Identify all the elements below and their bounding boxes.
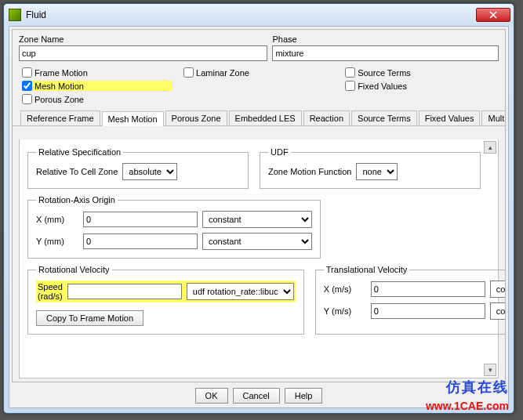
mesh-motion-checkbox[interactable]: Mesh Motion xyxy=(22,81,173,91)
trans-x-input[interactable] xyxy=(371,281,485,297)
trans-x-mode-select[interactable]: constant xyxy=(490,281,506,298)
app-icon xyxy=(9,9,21,21)
source-terms-checkbox[interactable]: Source Terms xyxy=(345,67,496,78)
tab-reaction[interactable]: Reaction xyxy=(303,110,350,125)
fluid-dialog-window: Fluid Zone Name Phase Frame Motion xyxy=(3,3,514,414)
axis-y-mode-select[interactable]: constant xyxy=(202,233,312,250)
help-button[interactable]: Help xyxy=(285,388,323,404)
axis-x-mode-select[interactable]: constant xyxy=(202,211,312,228)
udf-select[interactable]: none xyxy=(356,163,398,180)
scroll-down-button[interactable]: ▾ xyxy=(484,364,496,376)
tab-porous-zone[interactable]: Porous Zone xyxy=(165,110,227,125)
udf-legend: UDF xyxy=(268,147,291,157)
translational-velocity-group: Translational Velocity X (m/s) constant … xyxy=(315,265,506,335)
rotational-velocity-group: Rotational Velocity Speed (rad/s) udf ro… xyxy=(27,265,304,335)
translational-velocity-legend: Translational Velocity xyxy=(324,265,410,274)
dialog-button-bar: OK Cancel Help xyxy=(9,384,508,407)
copy-to-frame-motion-button[interactable]: Copy To Frame Motion xyxy=(36,310,143,326)
axis-x-label: X (mm) xyxy=(36,215,78,224)
trans-x-label: X (m/s) xyxy=(324,284,366,294)
speed-label: Speed (rad/s) xyxy=(38,282,63,301)
tab-source-terms[interactable]: Source Terms xyxy=(351,110,417,125)
udf-label: Zone Motion Function xyxy=(268,167,351,176)
client-area: Zone Name Phase Frame Motion Laminar Zon… xyxy=(9,26,509,408)
udf-group: UDF Zone Motion Function none xyxy=(260,147,481,189)
tab-reference-frame[interactable]: Reference Frame xyxy=(20,110,100,125)
tab-fixed-values[interactable]: Fixed Values xyxy=(419,110,481,125)
rotation-axis-group: Rotation-Axis Origin X (mm) constant Y (… xyxy=(27,195,321,259)
zone-name-input[interactable] xyxy=(19,45,267,61)
rotational-velocity-legend: Rotational Velocity xyxy=(36,265,112,274)
dialog-body: Zone Name Phase Frame Motion Laminar Zon… xyxy=(12,29,506,382)
ok-button[interactable]: OK xyxy=(195,388,228,404)
close-icon xyxy=(489,11,497,19)
frame-motion-checkbox[interactable]: Frame Motion xyxy=(22,67,173,78)
phase-input[interactable] xyxy=(272,45,499,61)
relative-to-label: Relative To Cell Zone xyxy=(36,167,118,176)
tab-multiphase[interactable]: Multiphase xyxy=(481,110,506,125)
tab-mesh-motion[interactable]: Mesh Motion xyxy=(102,111,164,126)
zone-name-label: Zone Name xyxy=(19,34,267,44)
axis-y-input[interactable] xyxy=(83,234,198,249)
tab-strip: Reference Frame Mesh Motion Porous Zone … xyxy=(13,109,505,126)
close-button[interactable] xyxy=(476,8,510,22)
tab-embedded-les[interactable]: Embedded LES xyxy=(229,110,302,125)
trans-y-label: Y (m/s) xyxy=(324,306,366,316)
porous-zone-checkbox[interactable]: Porous Zone xyxy=(22,94,173,104)
phase-label: Phase xyxy=(272,34,499,44)
axis-x-input[interactable] xyxy=(83,212,198,227)
scroll-up-button[interactable]: ▴ xyxy=(484,141,496,154)
titlebar: Fluid xyxy=(4,4,514,26)
fixed-values-checkbox[interactable]: Fixed Values xyxy=(345,81,496,91)
axis-y-label: Y (mm) xyxy=(36,237,78,246)
window-title: Fluid xyxy=(26,9,476,20)
options-grid: Frame Motion Laminar Zone Source Terms M… xyxy=(13,61,505,109)
speed-mode-select[interactable]: udf rotation_rate::libuc xyxy=(187,283,294,300)
laminar-zone-checkbox[interactable]: Laminar Zone xyxy=(183,67,334,78)
mesh-motion-panel: Relative Specification Relative To Cell … xyxy=(19,139,499,378)
trans-y-mode-select[interactable]: constant xyxy=(490,302,506,320)
relative-to-select[interactable]: absolute xyxy=(122,163,177,180)
relative-spec-group: Relative Specification Relative To Cell … xyxy=(27,147,249,189)
rotation-axis-legend: Rotation-Axis Origin xyxy=(36,195,118,205)
cancel-button[interactable]: Cancel xyxy=(233,388,280,404)
trans-y-input[interactable] xyxy=(371,303,485,319)
speed-input[interactable] xyxy=(67,284,182,299)
relative-spec-legend: Relative Specification xyxy=(36,147,123,157)
